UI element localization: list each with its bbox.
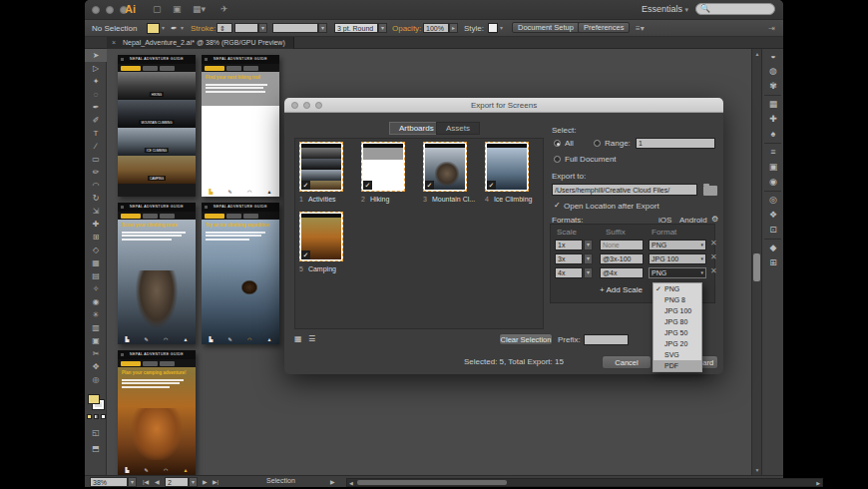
open-location-checkbox[interactable]: ✓ xyxy=(554,201,561,210)
scale-tool[interactable]: ⇲ xyxy=(85,205,107,218)
folder-icon[interactable] xyxy=(703,186,717,196)
fill-swatch[interactable] xyxy=(88,394,100,404)
style-caret-icon[interactable]: ▾ xyxy=(500,24,503,31)
open-location-label[interactable]: Open Location after Export xyxy=(564,202,659,211)
appearance-panel-icon[interactable]: ◎ xyxy=(762,193,784,208)
clear-selection-button[interactable]: Clear Selection xyxy=(499,333,553,345)
paintbrush-tool[interactable]: ✏ xyxy=(85,166,107,179)
vertical-scroll-thumb[interactable] xyxy=(753,253,760,281)
asset-export-panel-icon[interactable]: ⊞ xyxy=(762,255,784,270)
blend-tool[interactable]: ✳ xyxy=(85,308,107,321)
symbols-panel-icon[interactable]: ♠ xyxy=(762,127,784,142)
mesh-tool[interactable]: ▤ xyxy=(85,269,107,282)
scroll-down-icon[interactable]: ▼ xyxy=(753,467,761,473)
scroll-right-icon[interactable]: ▶ xyxy=(816,480,820,486)
scale-field[interactable]: 3x xyxy=(555,253,583,264)
scale-caret-icon[interactable]: ▾ xyxy=(584,253,593,264)
horizontal-scrollbar[interactable]: ◀ ▶ xyxy=(346,478,823,487)
perspective-grid-tool[interactable]: ▦ xyxy=(85,256,107,269)
menu-item-jpg80[interactable]: JPG 80 xyxy=(653,316,701,327)
artboards-panel-icon[interactable]: ⊡ xyxy=(762,223,784,238)
fill-caret-icon[interactable]: ▾ xyxy=(162,24,165,31)
swatches-panel-icon[interactable]: ▦ xyxy=(762,97,784,112)
thumb-mountain-climbing[interactable]: ✓ xyxy=(423,142,467,192)
brush-caret-icon[interactable]: ▾ xyxy=(378,23,387,33)
menu-item-pdf[interactable]: PDF xyxy=(653,360,701,371)
dialog-zoom-button[interactable] xyxy=(315,102,322,109)
rectangle-tool[interactable]: ▭ xyxy=(85,153,107,166)
stroke-weight-caret-icon[interactable]: ▾ xyxy=(258,23,267,33)
formats-settings-gear-icon[interactable]: ⚙ xyxy=(711,215,718,224)
rotate-tool[interactable]: ↻ xyxy=(85,192,107,205)
suffix-field[interactable]: @3x-100 xyxy=(600,253,644,264)
artboard-activities[interactable]: NEPAL ADVENTURE GUIDE HIKING MOUNTAIN CL… xyxy=(118,55,196,197)
menu-item-png[interactable]: ✓PNG xyxy=(653,283,701,294)
graphic-styles-panel-icon[interactable]: ❖ xyxy=(762,208,784,223)
menu-item-png8[interactable]: PNG 8 xyxy=(653,294,701,305)
none-button[interactable] xyxy=(101,414,106,419)
artboard-camping[interactable]: NEPAL ADVENTURE GUIDE Plan your camping … xyxy=(118,350,196,475)
variable-width-caret-icon[interactable]: ▾ xyxy=(318,23,327,33)
stroke-weight-field[interactable] xyxy=(234,23,258,33)
grid-view-icon[interactable]: ▦ xyxy=(294,334,304,343)
fill-stroke-swatches[interactable] xyxy=(88,394,104,410)
line-tool[interactable]: ∕ xyxy=(85,140,107,153)
radio-full-document[interactable] xyxy=(554,156,561,163)
minimize-window-button[interactable] xyxy=(106,6,114,14)
thumb-activities[interactable]: ✓ xyxy=(299,142,343,192)
vertical-scrollbar[interactable]: ▲ ▼ xyxy=(751,49,761,475)
thumb-checkbox[interactable]: ✓ xyxy=(301,181,310,190)
scale-caret-icon[interactable]: ▾ xyxy=(584,240,593,250)
next-artboard-icon[interactable]: ▶ xyxy=(203,478,208,485)
bridge-icon[interactable]: ▢ xyxy=(153,4,162,14)
stroke-label[interactable]: Stroke: xyxy=(191,24,216,33)
menu-item-svg[interactable]: SVG xyxy=(653,349,701,360)
slice-tool[interactable]: ✂ xyxy=(85,347,107,360)
curvature-tool[interactable]: ✐ xyxy=(85,114,107,127)
preferences-button[interactable]: Preferences xyxy=(578,22,630,33)
graph-tool[interactable]: ▣ xyxy=(85,334,107,347)
dialog-minimize-button[interactable] xyxy=(303,102,310,109)
stroke-caret-icon[interactable]: ▾ xyxy=(181,24,184,31)
transparency-panel-icon[interactable]: ◉ xyxy=(762,175,784,190)
close-window-button[interactable] xyxy=(92,6,100,14)
zoom-caret-icon[interactable]: ▾ xyxy=(128,477,137,487)
collapse-control-bar-icon[interactable]: ⇥ xyxy=(768,24,775,33)
artboard-caret-icon[interactable]: ▾ xyxy=(189,477,198,487)
pen-tool[interactable]: ✒ xyxy=(85,101,107,114)
add-scale-button[interactable]: + Add Scale xyxy=(600,285,643,294)
share-icon[interactable]: ✈ xyxy=(220,4,228,14)
draw-mode-button[interactable]: ◱ xyxy=(85,426,107,439)
layers-panel-icon[interactable]: ◆ xyxy=(762,241,784,255)
align-options-icon[interactable]: ≡▾ xyxy=(636,24,645,33)
status-menu-icon[interactable]: ▶ xyxy=(330,478,335,485)
zoom-tool[interactable]: ◎ xyxy=(85,373,107,386)
opacity-caret-icon[interactable]: ▸ xyxy=(449,23,458,33)
delete-row-icon[interactable]: ✕ xyxy=(710,266,717,275)
first-artboard-icon[interactable]: |◀ xyxy=(143,478,149,485)
symbol-sprayer-tool[interactable]: ▥ xyxy=(85,321,107,334)
color-button[interactable] xyxy=(87,414,92,419)
brushes-panel-icon[interactable]: ✚ xyxy=(762,112,784,127)
stroke-weight-stepper[interactable]: ⇕ xyxy=(217,23,232,33)
variable-width-dropdown[interactable] xyxy=(272,23,318,33)
thumb-checkbox[interactable]: ✓ xyxy=(301,250,310,259)
artboard-hiking[interactable]: NEPAL ADVENTURE GUIDE Find your next hik… xyxy=(202,55,279,197)
menu-item-jpg20[interactable]: JPG 20 xyxy=(653,338,701,349)
selection-tool[interactable]: ➤ xyxy=(85,49,107,62)
document-tab[interactable]: × Nepal_Adventure_2.ai* @ 38% (RGB/GPU P… xyxy=(107,37,294,49)
thumb-checkbox[interactable]: ✓ xyxy=(487,181,496,190)
shaper-tool[interactable]: ◠ xyxy=(85,179,107,192)
zoom-level-field[interactable]: 38% xyxy=(90,477,128,487)
gradient-panel-icon[interactable]: ▣ xyxy=(762,160,784,175)
suffix-field[interactable]: @4x xyxy=(600,267,644,278)
tab-assets[interactable]: Assets xyxy=(436,122,480,135)
fill-color-swatch[interactable] xyxy=(147,23,160,34)
artboard-number-field[interactable]: 2 xyxy=(165,477,189,487)
prefix-field[interactable] xyxy=(584,334,629,345)
delete-row-icon[interactable]: ✕ xyxy=(710,252,717,261)
scroll-up-icon[interactable]: ▲ xyxy=(753,51,761,57)
radio-all[interactable] xyxy=(554,140,561,147)
last-artboard-icon[interactable]: ▶| xyxy=(213,478,218,485)
stroke-color-swatch[interactable]: ✒ xyxy=(171,24,178,33)
